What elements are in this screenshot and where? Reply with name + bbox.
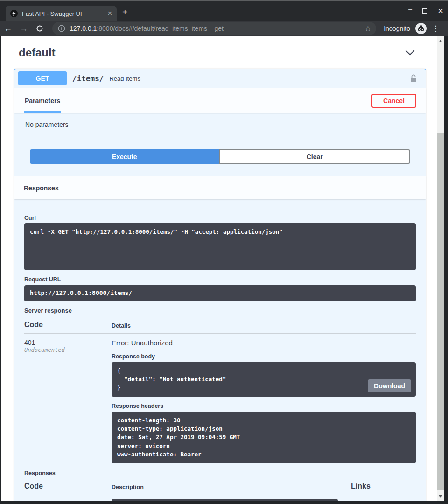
auth-lock-button[interactable] <box>410 74 417 83</box>
fastapi-favicon-icon <box>10 10 18 17</box>
clear-button[interactable]: Clear <box>219 149 411 164</box>
doc-response-description: Successful Response <box>112 499 338 501</box>
forward-icon[interactable]: → <box>16 24 32 34</box>
page-scrollbar[interactable] <box>437 36 444 501</box>
response-body-label: Response body <box>112 353 416 360</box>
bookmark-star-icon[interactable]: ☆ <box>364 24 371 34</box>
http-method-badge: GET <box>18 71 67 85</box>
server-response-row: 401 Undocumented Error: Unauthorized Res… <box>24 334 416 463</box>
doc-response-row: 200 Successful Response No links <box>24 495 416 501</box>
doc-description-header: Description <box>112 484 351 490</box>
error-description: Error: Unauthorized <box>112 339 416 347</box>
new-tab-button[interactable]: + <box>122 7 128 17</box>
responses-inner: Curl curl -X GET "http://127.0.0.1:8000/… <box>14 199 426 501</box>
opblock-get-items: GET /items/ Read Items Parameters Cancel… <box>14 69 426 501</box>
server-response-table: Code Details 401 Undocumented Error: Una… <box>24 321 416 463</box>
execute-row: Execute Clear <box>14 128 426 176</box>
page-info-icon[interactable] <box>58 25 65 32</box>
reload-icon[interactable] <box>32 24 48 33</box>
opblock-summary[interactable]: GET /items/ Read Items <box>14 69 426 88</box>
incognito-icon <box>415 23 427 34</box>
tab-close-icon[interactable]: × <box>108 9 112 18</box>
server-response-label: Server response <box>24 307 416 314</box>
endpoint-path: /items/ <box>72 74 104 83</box>
no-parameters-text: No parameters <box>14 113 426 128</box>
doc-response-links: No links <box>351 499 416 501</box>
address-bar[interactable]: 127.0.0.1:8000/docs#/default/read_items_… <box>52 22 376 35</box>
browser-titlebar: Fast API - Swagger UI × + – × <box>0 0 448 21</box>
window-maximize-button[interactable] <box>422 8 427 14</box>
scrollbar-thumb[interactable] <box>437 133 444 490</box>
page-content: default GET /items/ Read Items Parameter… <box>1 36 437 501</box>
doc-status-code: 200 <box>24 499 112 501</box>
tab-title: Fast API - Swagger UI <box>22 10 104 17</box>
doc-links-header: Links <box>351 482 416 490</box>
doc-code-header: Code <box>24 482 112 490</box>
responses-title: Responses <box>24 184 59 192</box>
tab-parameters[interactable]: Parameters <box>24 88 61 113</box>
tag-title: default <box>19 46 56 59</box>
parameters-header: Parameters Cancel <box>14 88 426 113</box>
documented-responses-label: Responses <box>24 470 416 476</box>
url-text[interactable]: 127.0.0.1:8000/docs#/default/read_items_… <box>70 25 360 32</box>
request-url-label: Request URL <box>24 276 416 283</box>
curl-command[interactable]: curl -X GET "http://127.0.0.1:8000/items… <box>24 223 416 270</box>
window-minimize-button[interactable]: – <box>408 6 412 14</box>
details-column-header: Details <box>112 322 351 329</box>
endpoint-summary: Read Items <box>109 75 140 82</box>
status-code: 401 <box>24 339 112 346</box>
response-headers-label: Response headers <box>112 403 416 409</box>
scroll-up-arrow-icon[interactable] <box>439 40 442 42</box>
code-column-header: Code <box>24 321 112 329</box>
response-body-block[interactable]: { "detail": "Not authenticated" }Downloa… <box>112 362 416 397</box>
tag-section-header[interactable]: default <box>19 46 415 59</box>
browser-tab[interactable]: Fast API - Swagger UI × <box>6 6 117 21</box>
back-icon[interactable]: ← <box>0 24 16 34</box>
documented-responses-table: Code Description Links 200 Successful Re… <box>24 482 416 501</box>
scroll-down-arrow-icon[interactable] <box>439 495 442 498</box>
execute-button[interactable]: Execute <box>30 149 219 164</box>
browser-toolbar: ← → 127.0.0.1:8000/docs#/default/read_it… <box>0 21 448 36</box>
browser-menu-icon[interactable]: ⋮ <box>432 24 440 34</box>
curl-label: Curl <box>24 215 416 221</box>
chevron-down-icon[interactable] <box>405 50 415 56</box>
incognito-label: Incognito <box>384 25 410 32</box>
status-code-note: Undocumented <box>24 347 112 353</box>
request-url-value: http://127.0.0.1:8000/items/ <box>24 285 416 301</box>
response-headers-block[interactable]: content-length: 30 content-type: applica… <box>112 412 416 463</box>
window-close-button[interactable]: × <box>438 6 443 16</box>
tag-divider <box>14 64 427 64</box>
download-button[interactable]: Download <box>368 379 411 392</box>
responses-header: Responses <box>14 176 426 199</box>
cancel-button[interactable]: Cancel <box>371 94 416 108</box>
